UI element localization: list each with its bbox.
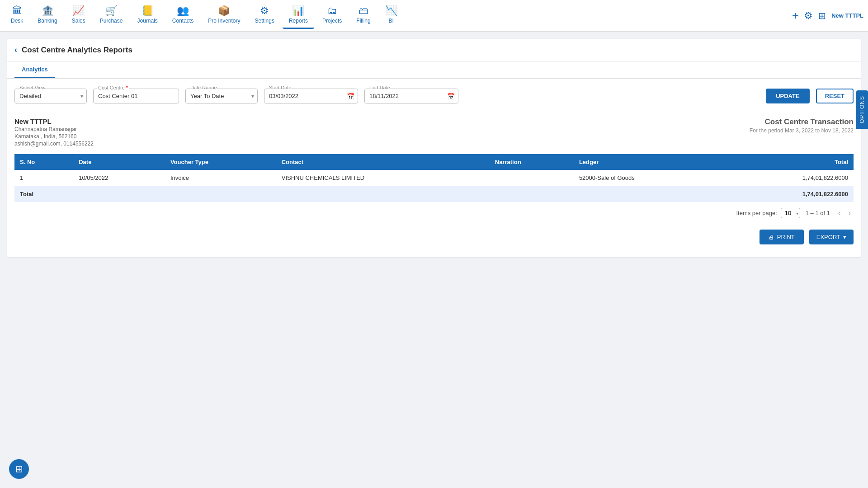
cell-voucher-type: Invoice [165,170,276,186]
nav-item-contacts[interactable]: 👥 Contacts [166,2,200,29]
nav-item-bi[interactable]: 📉 BI [379,2,404,29]
cell-narration [490,170,574,186]
nav-item-reports[interactable]: 📊 Reports [283,2,314,29]
nav-label-pro-inventory: Pro Inventory [208,18,240,24]
print-icon: 🖨 [769,234,774,240]
nav-label-desk: Desk [11,18,23,24]
col-contact: Contact [276,154,490,170]
report-period: For the period Mar 3, 2022 to Nov 18, 20… [750,127,854,134]
nav-item-journals[interactable]: 📒 Journals [131,2,164,29]
nav-label-contacts: Contacts [172,18,193,24]
col-narration: Narration [490,154,574,170]
main-content: ‹ Cost Centre Analytics Reports Analytic… [0,32,868,264]
col-total: Total [725,154,854,170]
date-range-group: Date Range Year To Date This Month Last … [185,89,258,103]
cell-sno: 1 [14,170,73,186]
nav-icon-bi: 📉 [385,6,397,16]
table-row[interactable]: 1 10/05/2022 Invoice VISHNU CHEMICALS LI… [14,170,854,186]
end-date-input[interactable] [364,89,458,103]
nav-icon-desk: 🏛 [12,6,22,16]
settings-icon[interactable]: ⚙ [804,10,813,22]
data-table: S. No Date Voucher Type Contact Narratio… [14,154,854,202]
export-arrow-icon: ▾ [843,234,846,240]
cell-date: 10/05/2022 [73,170,165,186]
cost-centre-group: Cost Centre * [93,89,179,103]
table-header-row: S. No Date Voucher Type Contact Narratio… [14,154,854,170]
date-range-dropdown[interactable]: Year To Date This Month Last Month Custo… [185,89,258,103]
nav-item-pro-inventory[interactable]: 📦 Pro Inventory [202,2,246,29]
nav-item-filling[interactable]: 🗃 Filling [350,2,377,29]
next-page-button[interactable]: › [845,207,854,219]
select-view-dropdown[interactable]: Detailed Summary [14,89,87,103]
filter-row: Select View Detailed Summary ▾ Cost Cent… [14,85,854,103]
nav-label-projects: Projects [322,18,342,24]
col-sno: S. No [14,154,73,170]
nav-item-projects[interactable]: 🗂 Projects [316,2,348,29]
nav-items-list: 🏛 Desk 🏦 Banking 📈 Sales 🛒 Purchase 📒 Jo… [5,2,792,29]
cell-ledger: 52000-Sale of Goods [574,170,725,186]
nav-icon-journals: 📒 [142,6,154,16]
nav-icon-filling: 🗃 [359,6,368,16]
nav-label-banking: Banking [38,18,57,24]
report-address-line1: Channapatna Ramanagar [14,126,94,132]
report-address-line2: Karnataka , India, 562160 [14,133,94,140]
nav-label-purchase: Purchase [100,18,123,24]
page-title: Cost Centre Analytics Reports [22,46,132,55]
nav-item-banking[interactable]: 🏦 Banking [31,2,63,29]
nav-item-desk[interactable]: 🏛 Desk [5,2,29,29]
update-button[interactable]: UPDATE [766,89,809,103]
page-nav-buttons: ‹ › [835,207,854,219]
nav-icon-reports: 📊 [292,6,304,16]
report-contact-info: ashish@gmail.com, 0114556222 [14,141,94,147]
company-name-label[interactable]: New TTTPL [831,12,863,19]
nav-label-bi: BI [388,18,393,24]
nav-item-sales[interactable]: 📈 Sales [66,2,92,29]
start-date-input[interactable] [264,89,358,103]
date-range-wrapper: Year To Date This Month Last Month Custo… [185,89,258,103]
col-date: Date [73,154,165,170]
reset-button[interactable]: RESET [816,89,854,103]
export-button[interactable]: EXPORT ▾ [809,230,854,244]
col-ledger: Ledger [574,154,725,170]
options-tab[interactable]: OPTIONS [856,90,868,129]
nav-icon-pro-inventory: 📦 [218,6,230,16]
items-per-page-label: Items per page: [736,210,777,216]
end-date-wrapper: 📅 [364,89,458,103]
bottom-actions: 🖨 PRINT EXPORT ▾ [14,224,854,250]
prev-page-button[interactable]: ‹ [835,207,844,219]
print-label: PRINT [777,234,795,240]
footer-label: Total [14,186,725,202]
nav-item-settings[interactable]: ⚙ Settings [249,2,281,29]
nav-right-section: + ⚙ ⊞ New TTTPL [792,9,863,22]
cost-centre-input[interactable] [93,89,179,103]
report-card: ‹ Cost Centre Analytics Reports Analytic… [7,39,861,257]
cell-contact: VISHNU CHEMICALS LIMITED [276,170,490,186]
cell-total: 1,74,01,822.6000 [725,170,854,186]
nav-label-sales: Sales [72,18,85,24]
footer-total: 1,74,01,822.6000 [725,186,854,202]
tab-analytics[interactable]: Analytics [14,61,55,78]
per-page-select[interactable]: 10 25 50 [781,208,800,218]
required-star: * [125,85,128,90]
nav-icon-sales: 📈 [72,6,85,16]
end-date-group: End Date 📅 [364,89,458,103]
add-button[interactable]: + [792,9,798,22]
nav-icon-projects: 🗂 [327,6,337,16]
report-type: Cost Centre Transaction [750,117,854,127]
cost-centre-label: Cost Centre * [97,85,129,90]
back-button[interactable]: ‹ [14,45,17,55]
nav-item-purchase[interactable]: 🛒 Purchase [94,2,129,29]
grid-view-icon[interactable]: ⊞ [818,10,826,21]
nav-icon-settings: ⚙ [260,6,269,16]
print-button[interactable]: 🖨 PRINT [760,230,804,244]
nav-label-filling: Filling [356,18,370,24]
nav-label-reports: Reports [289,18,308,24]
report-header: New TTTPL Channapatna Ramanagar Karnatak… [14,117,854,147]
select-view-wrapper: Detailed Summary ▾ [14,89,87,103]
start-date-group: Start Date 📅 [264,89,358,103]
export-label: EXPORT [816,234,840,240]
nav-icon-banking: 🏦 [42,6,54,16]
page-header: ‹ Cost Centre Analytics Reports [7,39,861,61]
col-voucher-type: Voucher Type [165,154,276,170]
pagination-bar: Items per page: 10 25 50 ▾ 1 – 1 of 1 ‹ … [14,202,854,224]
